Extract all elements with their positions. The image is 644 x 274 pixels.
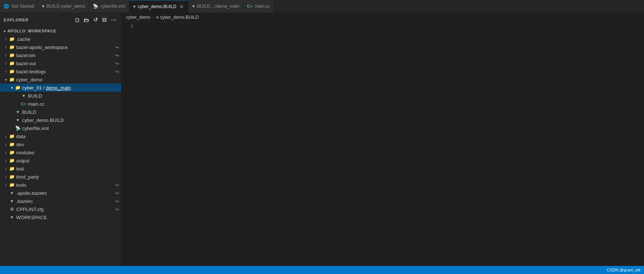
tools-icon: 📁 [9, 182, 15, 188]
sidebar-item-cyber-demo-build[interactable]: ♥ cyber_demo.BUILD [0, 116, 121, 124]
sidebar-item-workspace[interactable]: ♥ WORKSPACE [0, 213, 121, 221]
sidebar-item-main-cc[interactable]: C+ main.cc [0, 100, 121, 108]
cyber01-icon: 📁 [15, 85, 21, 91]
sidebar-item-cyber-demo[interactable]: ▾ 📁 cyber_demo [0, 75, 121, 84]
build-inner-label: BUILD [28, 93, 121, 99]
cache-folder-icon: 📁 [9, 36, 15, 42]
third-party-icon: 📁 [9, 174, 15, 180]
data-icon: 📁 [9, 133, 15, 139]
editor-content[interactable] [136, 22, 644, 266]
build-cyber-demo-icon: ♥ [42, 4, 44, 9]
refresh-button[interactable]: ↺ [92, 16, 99, 24]
bazel-testlogs-label: bazel-testlogs [16, 69, 115, 74]
sidebar-item-build-inner[interactable]: ♥ BUILD [0, 92, 121, 100]
sidebar: EXPLORER 🗋 🗁 ↺ ⊟ ⋯ ▾ APOLLO_WORKSPACE › … [0, 13, 122, 266]
bazelrc-badge: ↪ [115, 199, 119, 204]
tab-main-cc[interactable]: C+ main.cc [244, 0, 274, 13]
cyber-demo-chevron: ▾ [3, 77, 9, 82]
workspace-chevron2 [3, 214, 9, 220]
breadcrumb: cyber_demo › ♥ cyber_demo.BUILD [122, 13, 644, 22]
sidebar-item-cache[interactable]: › 📁 .cache [0, 35, 121, 43]
sidebar-item-cyber01-demo-main[interactable]: ▾ 📁 cyber_01 / demo_main [0, 84, 121, 92]
main-cc-icon: C+ [247, 4, 252, 8]
sidebar-item-bazel-bin[interactable]: › 📁 bazel-bin ↪ [0, 51, 121, 59]
sidebar-item-modules[interactable]: › 📁 modules [0, 148, 121, 157]
bazel-bin-badge: ↪ [115, 53, 119, 58]
main-cc-cpp-icon: C+ [21, 101, 27, 107]
bazel-apollo-workspace-badge: ↪ [115, 45, 119, 50]
apollo-bazelrc-badge: ↪ [115, 190, 119, 196]
apollo-bazelrc-label: .apollo.bazelrc [16, 190, 115, 196]
bazel-apollo-workspace-chevron: › [3, 44, 9, 50]
sidebar-content: › 📁 .cache › 📁 bazel-apollo_workspace ↪ … [0, 35, 121, 266]
dev-label: dev [16, 142, 121, 147]
tab-build-cyber-demo-label: BUILD cyber_demo [47, 4, 85, 9]
cpplint-gear-icon: ⚙ [9, 206, 15, 212]
sidebar-item-output[interactable]: › 📁 output [0, 157, 121, 165]
workspace-label2: WORKSPACE [16, 215, 121, 220]
bazel-apollo-workspace-icon: 📁 [9, 44, 15, 50]
sidebar-item-bazel-testlogs[interactable]: › 📁 bazel-testlogs ↪ [0, 67, 121, 75]
tab-build-demo-main[interactable]: ♥ BUILD .../demo_main [189, 0, 244, 13]
build-demo-main-icon: ♥ [192, 4, 195, 9]
third-party-chevron: › [3, 174, 9, 180]
sidebar-item-third-party[interactable]: › 📁 third_party [0, 173, 121, 181]
bazel-bin-icon: 📁 [9, 52, 15, 58]
line-numbers: 1 [122, 22, 136, 266]
tab-bar: 🌐 Get Started ♥ BUILD cyber_demo 📡 cyber… [0, 0, 644, 13]
tab-main-cc-label: main.cc [255, 4, 270, 9]
sidebar-item-cyberfile-xml[interactable]: 📡 cyberfile.xml [0, 124, 121, 132]
test-label: test [16, 166, 121, 172]
breadcrumb-cyber-demo-label: cyber_demo [126, 15, 150, 20]
modules-chevron: › [3, 150, 9, 155]
sidebar-item-bazel-out[interactable]: › 📁 bazel-out ↪ [0, 59, 121, 67]
apollo-bazelrc-icon: ♥ [9, 190, 15, 196]
tools-label: tools [16, 182, 115, 188]
workspace-heart-icon: ♥ [9, 214, 15, 220]
bazelrc-chevron [3, 198, 9, 204]
main-cc-chevron [15, 101, 21, 107]
modules-label: modules [16, 150, 121, 155]
cyber-demo-build-label: cyber_demo.BUILD [22, 117, 121, 123]
tab-cyber-demo-build[interactable]: ♥ cyber_demo.BUILD ✕ [129, 0, 189, 13]
workspace-root[interactable]: ▾ APOLLO_WORKSPACE [0, 27, 121, 35]
new-folder-button[interactable]: 🗁 [83, 16, 90, 24]
sidebar-item-data[interactable]: › 📁 data [0, 132, 121, 140]
build-outer-label: BUILD [22, 109, 121, 115]
collapse-button[interactable]: ⊟ [101, 16, 108, 24]
cyberfile-chevron [9, 125, 15, 131]
tab-get-started[interactable]: 🌐 Get Started [0, 0, 38, 13]
sidebar-item-test[interactable]: › 📁 test [0, 165, 121, 173]
sidebar-item-bazel-apollo-workspace[interactable]: › 📁 bazel-apollo_workspace ↪ [0, 43, 121, 51]
cpplint-badge: ↪ [115, 207, 119, 212]
cache-label: .cache [16, 36, 121, 42]
editor-area: cyber_demo › ♥ cyber_demo.BUILD 1 [122, 13, 644, 266]
cyber-demo-build-chevron [9, 117, 15, 123]
bazel-testlogs-icon: 📁 [9, 68, 15, 74]
cyberfile-rss-icon: 📡 [15, 125, 21, 131]
sidebar-item-apollo-bazelrc[interactable]: ♥ .apollo.bazelrc ↪ [0, 189, 121, 197]
tools-badge: ↪ [115, 182, 119, 188]
sidebar-item-dev[interactable]: › 📁 dev [0, 140, 121, 148]
more-actions-button[interactable]: ⋯ [110, 16, 118, 24]
build-outer-heart-icon: ♥ [15, 109, 21, 115]
tab-cyber-demo-build-close[interactable]: ✕ [179, 4, 185, 10]
tab-build-cyber-demo[interactable]: ♥ BUILD cyber_demo [38, 0, 89, 13]
sidebar-header-actions: 🗋 🗁 ↺ ⊟ ⋯ [74, 16, 118, 24]
bazel-testlogs-chevron: › [3, 68, 9, 74]
breadcrumb-heart-icon: ♥ [156, 15, 159, 20]
sidebar-item-cpplint-cfg[interactable]: ⚙ CPPLINT.cfg ↪ [0, 205, 121, 213]
cyber01-chevron: ▾ [9, 85, 15, 91]
sidebar-item-tools[interactable]: › 📁 tools ↪ [0, 181, 121, 189]
tab-cyberfile-xml[interactable]: 📡 cyberfile.xml [89, 0, 129, 13]
bazel-out-chevron: › [3, 60, 9, 66]
breadcrumb-cyber-demo-build: ♥ cyber_demo.BUILD [156, 15, 199, 20]
tab-get-started-label: Get Started [11, 4, 34, 9]
new-file-button[interactable]: 🗋 [74, 16, 81, 24]
sidebar-item-build-outer[interactable]: ♥ BUILD [0, 108, 121, 116]
bazel-bin-chevron: › [3, 52, 9, 58]
cyber-demo-icon: 📁 [9, 77, 15, 82]
sidebar-item-bazelrc[interactable]: ♥ .bazelrc ↪ [0, 197, 121, 205]
cyber-demo-label: cyber_demo [16, 77, 121, 82]
test-chevron: › [3, 166, 9, 172]
